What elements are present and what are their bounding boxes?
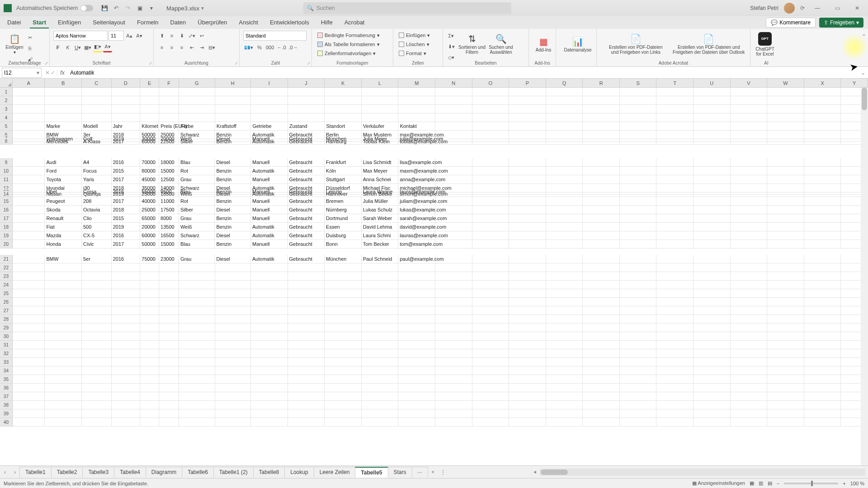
cell[interactable]: Lukas Schulz [362,206,399,214]
cell[interactable] [656,384,693,392]
cell[interactable]: BMW [45,255,82,263]
cell[interactable] [804,349,841,358]
cell[interactable] [546,138,583,145]
sheet-tab[interactable]: Tabelle6 [182,467,214,478]
cell[interactable] [693,401,731,409]
cell[interactable] [112,315,141,324]
cell[interactable]: Automatik [251,223,288,231]
undo-icon[interactable]: ↶ [111,3,121,13]
cell[interactable] [509,158,546,167]
cell[interactable] [435,349,472,358]
cell[interactable] [804,122,841,131]
font-name-select[interactable] [53,31,108,41]
cell[interactable] [362,366,399,375]
cell[interactable] [251,263,288,272]
ribbon-tab-acrobat[interactable]: Acrobat [342,17,368,28]
cell[interactable] [435,272,472,281]
cell[interactable] [804,197,841,206]
cell[interactable] [398,315,435,324]
camera-icon[interactable]: ▣ [135,3,145,13]
cell[interactable] [693,167,731,175]
cell[interactable]: Kontakt [399,122,436,131]
cell[interactable] [731,281,768,289]
cell[interactable] [140,298,159,306]
cell[interactable]: Automatik [251,167,288,175]
cell[interactable] [82,263,112,272]
cell[interactable] [215,349,251,358]
cell[interactable] [82,88,112,96]
cell[interactable]: Qashqa [82,191,112,197]
cell[interactable] [82,392,112,401]
cell[interactable] [112,113,141,122]
cell[interactable] [435,281,472,289]
cell[interactable] [472,375,509,384]
cell[interactable] [215,96,251,105]
cell[interactable] [215,375,251,384]
cell[interactable] [325,401,362,409]
cell[interactable] [112,375,141,384]
cell[interactable] [583,358,620,366]
cell[interactable] [13,191,45,197]
cell[interactable] [767,214,804,223]
cell[interactable]: Hamburg [325,138,362,145]
cell[interactable] [546,158,583,167]
cell[interactable] [215,384,251,392]
cell[interactable] [179,332,215,341]
cell[interactable]: 17500 [159,206,179,214]
cell[interactable] [509,122,546,131]
cell[interactable]: Kraftstoff [215,122,251,131]
cell[interactable] [435,206,472,214]
font-color-button[interactable]: A▾ [103,42,112,52]
cell[interactable] [112,281,141,289]
cell[interactable] [731,289,768,298]
cell[interactable] [656,113,693,122]
cell[interactable] [583,122,620,131]
search-input[interactable]: 🔍 Suchen [303,2,511,14]
cell[interactable] [693,263,731,272]
cell[interactable] [767,324,804,332]
cell[interactable] [583,231,620,240]
cell[interactable] [82,113,112,122]
cell[interactable] [398,418,435,427]
minimize-button[interactable]: ― [810,3,825,14]
cell[interactable] [509,263,546,272]
cell[interactable] [767,298,804,306]
sheet-tab[interactable]: Tabelle1 [19,467,52,478]
cell[interactable] [82,358,112,366]
cell[interactable] [620,88,657,96]
column-header[interactable]: G [179,79,215,88]
cell[interactable] [288,409,325,418]
chatgpt-button[interactable]: GPTChatGPTfor Excel [754,31,776,58]
zoom-in-button[interactable]: + [843,481,845,486]
cell[interactable] [13,418,45,427]
row-header[interactable]: 18 [0,223,13,231]
indent-inc-icon[interactable]: ⇥ [197,42,206,52]
cell[interactable] [435,138,472,145]
cell[interactable]: maxm@example.com [398,167,435,175]
cell[interactable] [45,375,82,384]
cell[interactable] [693,272,731,281]
cell[interactable] [82,332,112,341]
cell[interactable] [288,96,325,105]
cell[interactable] [731,375,768,384]
cell[interactable] [45,315,82,324]
cell[interactable] [620,167,657,175]
cell[interactable]: Fiat [45,223,82,231]
cell[interactable]: 2019 [112,191,141,197]
cell[interactable] [398,366,435,375]
cell[interactable] [159,263,179,272]
paste-button[interactable]: 📋Einfügen▾ [4,31,25,58]
cell[interactable] [804,306,841,315]
cell[interactable] [731,113,768,122]
accept-formula-icon[interactable]: ✓ [51,70,55,76]
cell[interactable] [472,306,509,315]
cell[interactable] [804,263,841,272]
cell[interactable] [82,306,112,315]
cell[interactable] [362,401,399,409]
cell[interactable]: Audi [45,158,82,167]
cell[interactable] [13,206,45,214]
cell[interactable]: Gebraucht [288,167,325,175]
cell[interactable]: Paul Schneid [362,255,399,263]
cut-icon[interactable]: ✂ [25,33,34,42]
ribbon-tab-ansicht[interactable]: Ansicht [236,17,261,28]
